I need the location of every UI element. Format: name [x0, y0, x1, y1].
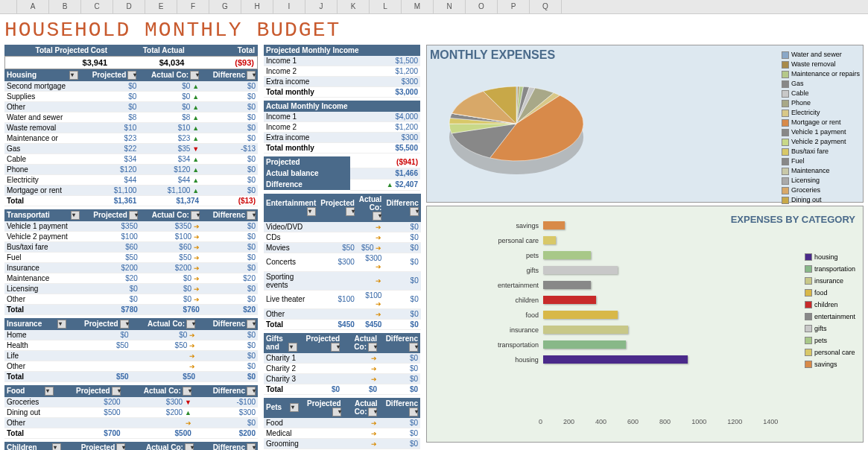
filter-dropdown[interactable] [247, 443, 256, 450]
table-row[interactable]: Fuel$50$50 ➔$0 [4, 253, 258, 263]
projected-income-table: Projected Monthly IncomeIncome 1$1,500In… [264, 45, 420, 98]
section-Children: ChildrenProjectedActual Co:Differenc [4, 442, 258, 450]
table-row[interactable]: Dining out$500$200 ▲$300 [4, 408, 258, 418]
table-row[interactable]: Insurance$200$200 ➔$0 [4, 263, 258, 273]
table-row[interactable]: Cable$34$34 ▲$0 [4, 154, 258, 165]
filter-dropdown[interactable] [247, 320, 256, 329]
filter-dropdown[interactable] [290, 403, 299, 412]
filter-dropdown[interactable] [183, 387, 191, 396]
table-row[interactable]: Sporting events ➔$0 [264, 271, 421, 290]
table-row[interactable]: Video/DVD ➔$0 [264, 222, 421, 232]
filter-dropdown[interactable] [288, 343, 297, 352]
filter-dropdown[interactable] [307, 207, 316, 216]
section-Food: FoodProjectedActual Co:DifferencGrocerie… [4, 385, 258, 439]
legend-item: housing [805, 251, 855, 263]
filter-dropdown[interactable] [57, 320, 66, 329]
table-row[interactable]: Health$50$50 ➔$0 [4, 340, 258, 351]
filter-dropdown[interactable] [409, 408, 418, 416]
table-row[interactable]: Other$0$0 ▲$0 [4, 102, 258, 112]
filter-dropdown[interactable] [52, 443, 61, 450]
table-row[interactable]: Medical ➔$0 [264, 428, 420, 438]
table-row[interactable]: Charity 1 ➔$0 [264, 353, 420, 364]
table-row[interactable]: Groceries$200$300 ▼-$100 [4, 397, 258, 408]
page-title: HOUSEHOLD MONTHLY BUDGET [4, 19, 864, 42]
filter-dropdown[interactable] [373, 212, 381, 221]
table-row[interactable]: Vehicle 2 payment$100$100 ➔$0 [4, 232, 258, 242]
legend-item: Electricity [782, 108, 860, 118]
legend-item: pets [805, 335, 855, 346]
filter-dropdown[interactable] [120, 320, 129, 329]
filter-dropdown[interactable] [69, 71, 78, 80]
legend-item: Maintenance [782, 166, 860, 176]
table-row[interactable]: Bus/taxi fare$60$60 ➔$0 [4, 242, 258, 253]
table-row[interactable]: Gas$22$35 ▼-$13 [4, 144, 258, 154]
table-row: Projected($941) [264, 156, 420, 168]
summary-header: Total Projected Cost Total Actual Total [4, 45, 258, 56]
filter-dropdown[interactable] [331, 343, 340, 352]
legend-item: entertainment [805, 311, 855, 323]
table-row[interactable]: Mortgage or rent$1,100$1,100 ▲$0 [4, 186, 258, 196]
table-row[interactable]: Live theater$100$100 ➔$0 [264, 290, 421, 308]
table-row[interactable]: Other ➔$0 [4, 361, 258, 372]
filter-dropdown[interactable] [71, 211, 80, 220]
filter-dropdown[interactable] [185, 443, 194, 450]
table-row[interactable]: Life ➔$0 [4, 351, 258, 361]
table-row: Income 1$4,000 [264, 112, 420, 122]
filter-dropdown[interactable] [409, 343, 418, 352]
table-row[interactable]: Electricity$44$44 ▲$0 [4, 175, 258, 186]
filter-dropdown[interactable] [127, 71, 136, 80]
legend-item: Vehicle 1 payment [782, 127, 860, 137]
legend-item: transportation [805, 263, 855, 275]
section-Pets: PetsProjectedActual Co:DifferencFood ➔$0… [264, 398, 420, 451]
table-row[interactable]: Food ➔$0 [264, 418, 420, 428]
filter-dropdown[interactable] [368, 408, 377, 416]
table-row[interactable]: Second mortgage$0$0 ▲$0 [4, 81, 258, 92]
filter-dropdown[interactable] [112, 387, 121, 396]
filter-dropdown[interactable] [410, 207, 419, 216]
table-row[interactable]: Home$0$0 ➔$0 [4, 330, 258, 340]
table-row[interactable]: Maintenance or$23$23 ▲$0 [4, 133, 258, 144]
legend-item: Maintenance or repairs [782, 69, 860, 79]
filter-dropdown[interactable] [247, 387, 256, 396]
legend-item: Mortgage or rent [782, 118, 860, 127]
table-row[interactable]: Maintenance$20$0 ➔$20 [4, 273, 258, 284]
table-row[interactable]: Concerts$300$300 ➔$0 [264, 253, 421, 271]
table-row[interactable]: CDs ➔$0 [264, 232, 421, 242]
legend-item: Fuel [782, 156, 860, 166]
table-row[interactable]: Phone$120$120 ▲$0 [4, 165, 258, 175]
table-row: Difference▲ $2,407 [264, 179, 420, 190]
filter-dropdown[interactable] [332, 408, 341, 416]
table-row[interactable]: Water and sewer$8$8 ▲$0 [4, 112, 258, 123]
table-row[interactable]: Charity 3 ➔$0 [264, 373, 420, 384]
table-row[interactable]: Vehicle 1 payment$350$350 ➔$0 [4, 221, 258, 232]
table-row[interactable]: Other ➔$0 [264, 308, 421, 319]
legend-item: personal care [805, 346, 855, 358]
legend-item: Water and sewer [782, 50, 860, 60]
column-headers: ABCDEFGHIJKLMNOPQ [0, 0, 868, 14]
table-row[interactable]: Grooming ➔$0 [264, 438, 420, 449]
filter-dropdown[interactable] [186, 320, 195, 329]
bar-row: insurance [479, 326, 688, 334]
filter-dropdown[interactable] [191, 211, 200, 220]
table-row[interactable]: Supplies$0$0 ▲$0 [4, 92, 258, 102]
table-row[interactable]: Other ➔$0 [4, 418, 258, 428]
filter-dropdown[interactable] [129, 211, 138, 220]
filter-dropdown[interactable] [247, 211, 256, 220]
table-row: Extra income$300 [264, 77, 420, 87]
bar-row: housing [479, 355, 688, 364]
filter-dropdown[interactable] [368, 343, 377, 352]
table-row[interactable]: Licensing$0$0 ➔$0 [4, 284, 258, 294]
table-row[interactable]: Waste removal$10$10 ▲$0 [4, 123, 258, 133]
filter-dropdown[interactable] [247, 71, 256, 80]
legend-item: Groceries [782, 186, 860, 195]
table-row[interactable]: Movies$50$50 ➔$0 [264, 242, 421, 253]
bar-row: gifts [479, 266, 688, 274]
actual-income-table: Actual Monthly IncomeIncome 1$4,000Incom… [264, 101, 420, 153]
bar-chart: EXPENSES BY CATEGORY savingspersonal car… [426, 206, 864, 443]
table-row[interactable]: Charity 2 ➔$0 [264, 363, 420, 373]
filter-dropdown[interactable] [116, 443, 125, 450]
filter-dropdown[interactable] [45, 387, 54, 396]
table-row[interactable]: Other$0$0 ➔$0 [4, 294, 258, 305]
filter-dropdown[interactable] [190, 71, 199, 80]
filter-dropdown[interactable] [346, 207, 355, 216]
